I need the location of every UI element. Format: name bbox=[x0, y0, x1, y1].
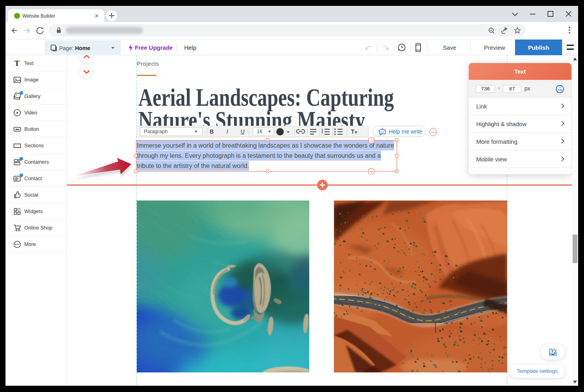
svg-text:2: 2 bbox=[321, 131, 323, 134]
svg-text:T: T bbox=[15, 60, 20, 67]
